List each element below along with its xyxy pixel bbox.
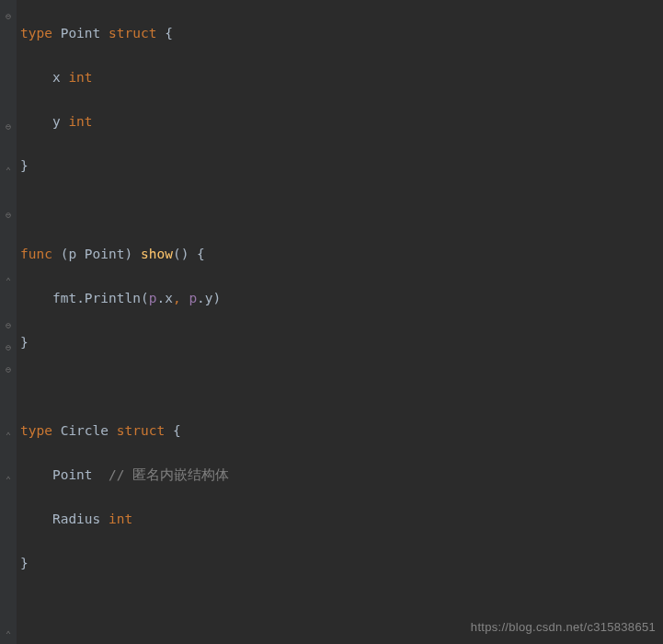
code-area[interactable]: type Point struct { x int y int } func (… [17,0,596,644]
code-line[interactable]: type Circle struct { [20,420,592,442]
comment: // 匿名内嵌结构体 [109,467,229,482]
type: int [68,114,92,129]
field: x [165,291,173,305]
field: Point [52,467,93,482]
fold-end-icon[interactable]: ⌃ [3,624,14,635]
fold-end-icon[interactable]: ⌃ [3,425,14,436]
watermark: https://blog.csdn.net/c315838651 [471,616,656,638]
fold-icon[interactable]: ⊖ [3,116,14,127]
fold-icon[interactable]: ⊖ [3,204,14,215]
keyword: struct [109,26,156,40]
func-name: show [141,247,173,261]
fold-icon[interactable]: ⊖ [3,337,14,348]
code-line[interactable]: Radius int [20,508,592,530]
code-line[interactable] [20,375,592,397]
code-line[interactable]: } [20,331,592,353]
fold-icon[interactable]: ⊖ [3,315,14,326]
code-line[interactable]: } [20,155,592,177]
keyword: func [20,247,52,261]
field: Radius [52,512,100,526]
code-editor[interactable]: ⊖ ⊖ ⌃ ⊖ ⌃ ⊖ ⊖ ⊖ ⌃ ⌃ ⌃ type Point struct … [0,0,663,644]
code-line[interactable]: func (p Point) show() { [20,243,592,265]
type-name: Circle [61,423,109,438]
type-name: Point [85,247,125,261]
code-line[interactable]: y int [20,110,592,132]
field: y [205,291,213,305]
fold-icon[interactable]: ⊖ [3,359,14,370]
call: Println [85,291,141,305]
fold-end-icon[interactable]: ⌃ [3,160,14,171]
gutter: ⊖ ⊖ ⌃ ⊖ ⌃ ⊖ ⊖ ⊖ ⌃ ⌃ ⌃ [0,0,17,644]
code-line[interactable]: type Point struct { [20,22,592,44]
code-line[interactable]: Point // 匿名内嵌结构体 [20,464,592,486]
field: y [52,114,61,129]
type-name: Point [61,26,101,40]
code-line[interactable]: } [20,552,592,574]
type: int [109,512,132,526]
code-line[interactable] [20,199,592,221]
var: p [189,291,197,305]
fold-end-icon[interactable]: ⌃ [3,469,14,480]
keyword: struct [117,423,165,438]
code-line[interactable]: func main() { [20,640,592,644]
fold-icon[interactable]: ⊖ [3,6,14,17]
type: int [68,70,92,85]
param: p [68,247,76,261]
field: x [52,70,61,85]
keyword: type [20,26,52,40]
code-line[interactable]: fmt.Println(p.x, p.y) [20,287,592,309]
keyword: type [20,423,52,438]
pkg: fmt [52,291,76,305]
code-line[interactable]: x int [20,66,592,88]
fold-end-icon[interactable]: ⌃ [3,270,14,282]
code-line[interactable] [20,596,592,618]
